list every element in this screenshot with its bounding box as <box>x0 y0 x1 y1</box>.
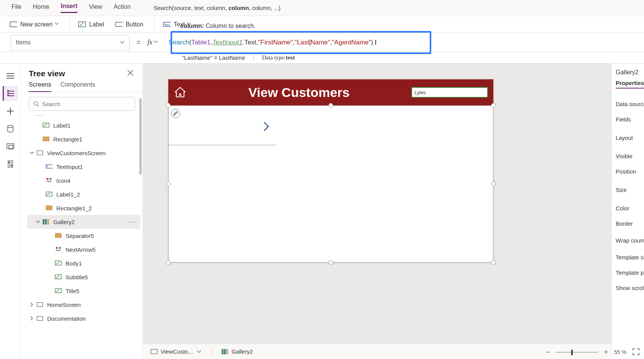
resize-handle[interactable] <box>166 103 171 108</box>
prop-row[interactable]: Position <box>616 164 640 179</box>
tree-item-body1[interactable]: Body1 <box>27 256 140 270</box>
tree-search-input[interactable] <box>42 101 131 107</box>
menu-insert[interactable]: Insert <box>61 3 77 13</box>
property-dropdown[interactable]: Items <box>11 35 130 50</box>
label-icon <box>78 21 86 28</box>
tree-item-subtitle5[interactable]: Subtitle5 <box>27 270 140 284</box>
edit-template-button[interactable] <box>171 109 180 118</box>
hint-bold: column <box>228 5 249 11</box>
svg-point-15 <box>34 102 38 105</box>
prop-row[interactable]: Wrap count <box>616 231 640 249</box>
prop-row[interactable]: Visible <box>616 148 640 164</box>
tok-controlref: TextInput1 <box>212 39 243 46</box>
tree-item-label12[interactable]: Label1_2 <box>27 187 140 201</box>
menu-file[interactable]: File <box>12 3 21 13</box>
tree-item-rectangle1[interactable]: Rectangle1 <box>27 132 140 146</box>
prop-row[interactable]: Template pa <box>616 265 640 280</box>
resize-handle[interactable] <box>329 260 333 265</box>
new-screen-button[interactable]: New screen <box>10 21 59 28</box>
fx-label: fx <box>148 38 153 46</box>
label-icon <box>55 287 62 294</box>
tree-item-label: HomeScreen <box>47 302 81 308</box>
home-icon[interactable] <box>174 86 187 99</box>
svg-rect-24 <box>43 219 44 225</box>
tree-item-documentation[interactable]: Documentation <box>27 311 140 325</box>
tree-item-separator5[interactable]: Separator5 <box>27 229 140 243</box>
tree-item-homescreen[interactable]: HomeScreen <box>27 298 140 311</box>
zoom-slider[interactable] <box>556 352 598 353</box>
prop-row[interactable]: Color <box>616 200 640 216</box>
resize-handle[interactable] <box>166 182 171 186</box>
label-btn-text: Label <box>89 21 104 28</box>
tree-item-label1[interactable]: Label1 <box>27 118 140 132</box>
icon-icon <box>46 177 53 184</box>
add-button[interactable] <box>3 103 18 119</box>
gallery-icon <box>222 349 228 354</box>
breadcrumb-screen-label: ViewCusto... <box>161 348 193 355</box>
svg-rect-7 <box>7 95 9 96</box>
tok-string: "FirstName" <box>258 39 292 46</box>
tree-view-title: Tree view <box>29 69 65 78</box>
menu-action[interactable]: Action <box>113 3 130 13</box>
scrollbar[interactable] <box>139 98 142 175</box>
tree-item-textinput1[interactable]: TextInput1 <box>27 160 140 174</box>
divider <box>212 348 212 356</box>
tree-item-label: Gallery2 <box>53 219 75 225</box>
prop-row[interactable]: Layout <box>616 127 640 148</box>
tree-search-box[interactable] <box>29 97 135 111</box>
screen-icon <box>10 21 17 28</box>
prop-row[interactable]: Fields <box>616 111 640 127</box>
tree-item-title5[interactable]: Title5 <box>27 284 140 298</box>
chevron-down-icon <box>120 41 125 44</box>
tree-item-viewcustomersscreen[interactable]: ViewCustomersScreen <box>27 146 140 160</box>
button-button[interactable]: Button <box>115 21 143 28</box>
svg-point-14 <box>11 165 13 166</box>
rectangle-icon <box>43 136 49 143</box>
menu-view[interactable]: View <box>89 3 102 13</box>
resize-handle[interactable] <box>329 103 333 108</box>
tree-item-label: Rectangle1 <box>53 136 82 143</box>
menu-home[interactable]: Home <box>33 3 49 13</box>
tree-view-button[interactable] <box>3 86 18 101</box>
media-button[interactable] <box>3 139 18 154</box>
more-icon[interactable]: ··· <box>128 218 136 226</box>
prop-row[interactable]: Template size <box>616 249 640 265</box>
chevron-down-icon[interactable] <box>154 41 158 44</box>
tree-item-icon4[interactable]: Icon4 <box>27 174 140 187</box>
prop-row[interactable]: Show scroll <box>616 280 640 295</box>
chevron-down-icon <box>30 151 34 155</box>
tab-screens[interactable]: Screens <box>29 81 51 92</box>
breadcrumb-screen[interactable]: ViewCusto... <box>151 348 201 355</box>
resize-handle[interactable] <box>491 182 496 186</box>
hamburger-button[interactable] <box>3 68 18 84</box>
zoom-thumb[interactable] <box>571 350 573 355</box>
chevron-down-icon <box>197 350 201 353</box>
resize-handle[interactable] <box>491 260 496 265</box>
tab-components[interactable]: Components <box>61 81 95 92</box>
breadcrumb-control[interactable]: Gallery2 <box>222 348 253 355</box>
search-input[interactable] <box>411 87 488 98</box>
gallery-icon <box>43 218 49 225</box>
tree-item-nextarrow5[interactable]: NextArrow5 <box>27 243 140 256</box>
label-button[interactable]: Label <box>78 21 104 28</box>
prop-row[interactable]: Data source <box>616 96 640 111</box>
advanced-button[interactable] <box>3 156 18 172</box>
zoom-out-button[interactable]: − <box>544 349 551 356</box>
tab-properties[interactable]: Properties <box>616 80 644 89</box>
prop-row[interactable]: Size <box>616 179 640 200</box>
data-button[interactable] <box>3 121 18 136</box>
tree-item-rectangle12[interactable]: Rectangle1_2 <box>27 201 140 215</box>
zoom-in-button[interactable]: + <box>603 349 610 356</box>
fit-to-screen-button[interactable] <box>632 348 640 356</box>
resize-handle[interactable] <box>491 103 496 108</box>
close-icon[interactable] <box>127 70 135 77</box>
screen-icon <box>36 315 43 322</box>
divider <box>154 19 154 30</box>
tree-item-gallery2[interactable]: Gallery2··· <box>27 215 140 229</box>
canvas[interactable]: View Customers ViewCusto... <box>143 64 611 359</box>
prop-row[interactable]: Border <box>616 216 640 231</box>
tok-string: "AgentName" <box>332 39 371 46</box>
resize-handle[interactable] <box>166 260 171 265</box>
formula-bar[interactable]: Search(Table1, TextInput1.Text, "FirstNa… <box>162 33 644 52</box>
cursor-beam-icon: I <box>375 39 377 46</box>
